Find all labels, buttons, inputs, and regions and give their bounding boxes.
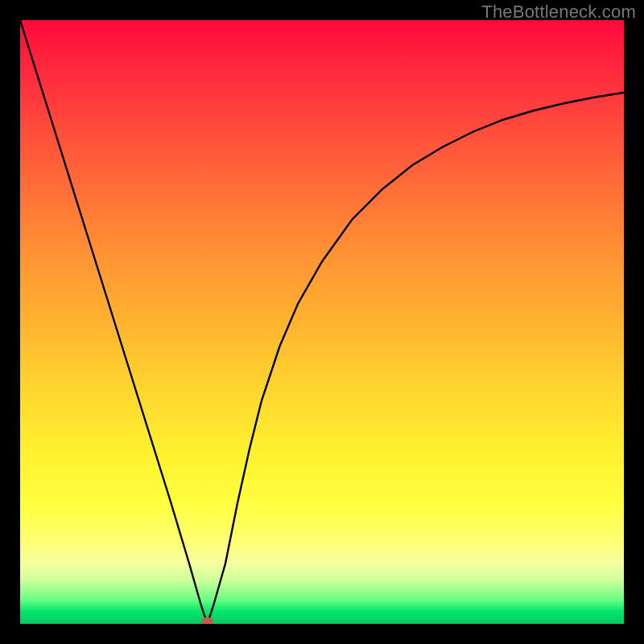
minimum-marker-icon xyxy=(202,617,213,624)
bottleneck-curve xyxy=(20,20,624,624)
chart-frame: TheBottleneck.com xyxy=(0,0,644,644)
plot-area xyxy=(20,20,624,624)
curve-layer xyxy=(20,20,624,624)
watermark-label: TheBottleneck.com xyxy=(481,2,636,23)
